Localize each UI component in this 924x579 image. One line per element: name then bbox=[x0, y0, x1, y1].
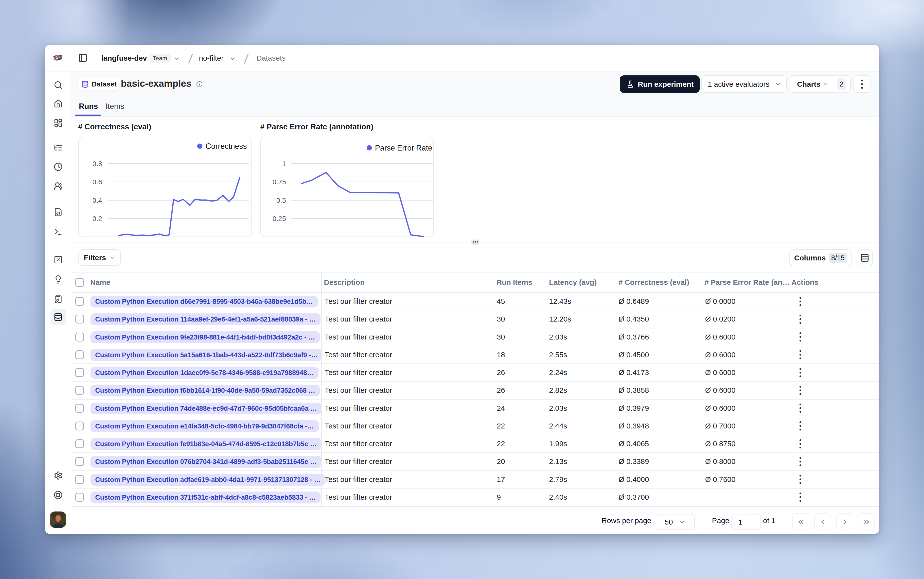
svg-text:Correctness: Correctness bbox=[206, 142, 247, 150]
svg-text:0.4: 0.4 bbox=[92, 196, 102, 204]
svg-text:1: 1 bbox=[282, 160, 286, 168]
svg-text:0.2: 0.2 bbox=[92, 215, 102, 222]
svg-text:0.6: 0.6 bbox=[92, 178, 102, 186]
svg-text:0.25: 0.25 bbox=[273, 215, 286, 222]
svg-text:0.5: 0.5 bbox=[276, 196, 286, 204]
svg-text:0.8: 0.8 bbox=[92, 160, 102, 168]
svg-text:0.75: 0.75 bbox=[273, 178, 286, 186]
svg-text:Parse Error Rate: Parse Error Rate bbox=[375, 144, 433, 152]
